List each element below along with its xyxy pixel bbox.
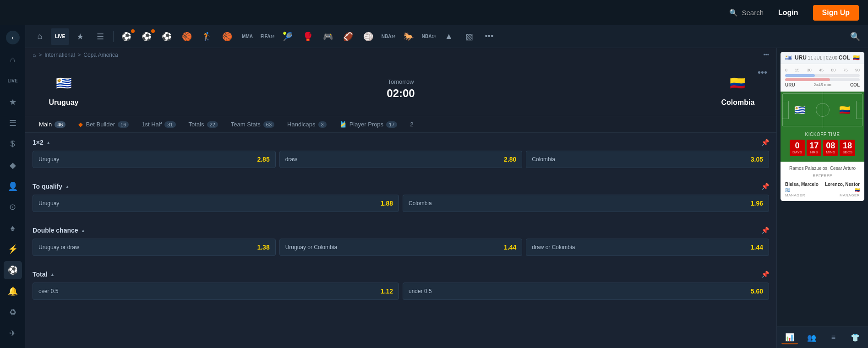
sidebar-item-esports[interactable]: ⚡ — [4, 240, 22, 258]
sidebar-item-rewards[interactable]: ♻ — [4, 303, 22, 321]
sport-volleyball-btn[interactable]: 🏐 — [359, 28, 377, 45]
signup-button[interactable]: Sign Up — [813, 5, 859, 21]
sport-tennis-btn[interactable]: 🎾 — [278, 28, 297, 45]
sport-soccer2-btn[interactable]: ⚽ — [137, 28, 156, 45]
tab-teamstats[interactable]: Team Stats 63 — [224, 116, 281, 133]
home-icon: ⌂ — [33, 52, 36, 58]
tab-main-badge: 46 — [55, 121, 66, 128]
timeline-section: 0 15 30 45 60 75 90 URU 2x45 min COL — [781, 64, 864, 92]
rpt-table-btn[interactable]: ≡ — [825, 331, 841, 344]
tab-more[interactable]: 2 — [404, 116, 420, 133]
pin-icon-1x2[interactable]: 📌 — [761, 139, 769, 146]
manager2-name: Lorenzo, Nestor — [825, 182, 860, 187]
odds-btn-qualify-col[interactable]: Colombia 1.96 — [403, 195, 769, 212]
sidebar-item-promotions[interactable]: ◆ — [4, 156, 22, 174]
field-lines — [781, 92, 864, 128]
tab-1sthalf[interactable]: 1st Half 31 — [135, 116, 182, 133]
match-time-label: Tomorrow — [388, 78, 414, 85]
breadcrumb-separator1: > — [38, 52, 42, 58]
pin-icon-total[interactable]: 📌 — [761, 271, 769, 278]
sidebar-item-dollar[interactable]: $ — [4, 135, 22, 153]
sport-fifa-btn[interactable]: FIFA24 — [258, 28, 277, 45]
team1-flag: 🇺🇾 — [52, 71, 76, 95]
sport-esports-btn[interactable]: 🎮 — [319, 28, 337, 45]
tab-more-label: 2 — [410, 121, 413, 128]
sport-more-btn[interactable]: ••• — [480, 28, 498, 45]
odds-label-qualify-col: Colombia — [409, 200, 432, 207]
sport-horse-btn[interactable]: 🐎 — [399, 28, 418, 45]
search-bar[interactable]: 🔍 Search — [729, 9, 764, 17]
breadcrumb-international[interactable]: International — [44, 52, 75, 58]
timeline-bar-uru — [785, 74, 860, 77]
odds-btn-colombia[interactable]: Colombia 3.05 — [526, 151, 769, 168]
odds-btn-under05[interactable]: under 0.5 5.60 — [403, 283, 769, 300]
sidebar-item-account[interactable]: 👤 — [4, 177, 22, 196]
tab-1sthalf-label: 1st Half — [142, 121, 162, 128]
odds-label-qualify-uru: Uruguay — [38, 200, 59, 207]
odds-btn-uru-draw[interactable]: Uruguay or draw 1.38 — [33, 239, 276, 256]
rpt-stats-btn[interactable]: 📊 — [781, 331, 798, 344]
odds-row-1x2: Uruguay 2.85 draw 2.80 Colombia 3.05 — [33, 151, 769, 168]
sport-soccer1-btn[interactable]: ⚽ — [117, 28, 136, 45]
sport-search-btn[interactable]: 🔍 — [848, 29, 863, 44]
sidebar-toggle[interactable]: ‹ — [6, 31, 20, 44]
sport-betslip-btn[interactable]: ☰ — [91, 28, 109, 45]
tab-main[interactable]: Main 46 — [33, 116, 72, 133]
sport-soccer3-btn[interactable]: ⚽ — [158, 28, 176, 45]
section-1x2-header: 1×2 ▲ 📌 — [33, 139, 769, 146]
sport-boxing-btn[interactable]: 🥊 — [299, 28, 317, 45]
sidebar-item-favorites[interactable]: ★ — [4, 93, 22, 111]
mdc-team2-flag: 🇨🇴 — [853, 54, 860, 61]
odds-value-colombia: 3.05 — [751, 156, 763, 163]
sidebar-item-betslip[interactable]: ☰ — [4, 114, 22, 132]
sidebar-item-games[interactable]: ♠ — [4, 219, 22, 237]
odds-btn-uruguay[interactable]: Uruguay 2.85 — [33, 151, 276, 168]
sidebar-item-telegram[interactable]: ✈ — [4, 324, 22, 343]
sidebar-item-notifications[interactable]: 🔔 — [4, 282, 22, 300]
tab-teamstats-badge: 63 — [263, 121, 274, 128]
sport-favorites-btn[interactable]: ★ — [71, 28, 89, 45]
sport-golf-btn[interactable]: 🏌 — [198, 28, 216, 45]
match-info-section: Ramos Palazuelos, Cesar Arturo REFEREE B… — [781, 162, 864, 201]
pin-icon-qualify[interactable]: 📌 — [761, 183, 769, 190]
login-button[interactable]: Login — [771, 5, 806, 21]
tab-playerprops[interactable]: 🎽 Player Props 17 — [333, 116, 404, 133]
sport-nfl-btn[interactable]: 🏈 — [339, 28, 357, 45]
tab-playerprops-badge: 17 — [386, 121, 397, 128]
rpt-kit-btn[interactable]: 👕 — [847, 331, 863, 344]
sport-nba-btn[interactable]: NBA24 — [379, 28, 398, 45]
sidebar-item-virtual[interactable]: ⊙ — [4, 198, 22, 217]
tab-betbuilder[interactable]: ◆ Bet Builder 16 — [72, 116, 135, 133]
match-more-btn[interactable]: ••• — [758, 67, 767, 78]
odds-btn-draw-col[interactable]: draw or Colombia 1.44 — [526, 239, 769, 256]
pin-icon-dc[interactable]: 📌 — [761, 227, 769, 234]
sidebar-item-live[interactable]: LIVE — [4, 72, 22, 90]
search-label: Search — [742, 9, 764, 16]
sport-home-btn[interactable]: ⌂ — [31, 28, 49, 45]
odds-btn-draw[interactable]: draw 2.80 — [279, 151, 523, 168]
referee-name: Ramos Palazuelos, Cesar Arturo — [785, 166, 860, 171]
odds-label-colombia: Colombia — [532, 156, 555, 163]
section-qualify-title: To qualify ▲ — [33, 183, 70, 190]
tab-main-label: Main — [39, 121, 52, 128]
breadcrumb: ⌂ > International > Copa America ••• — [25, 48, 776, 62]
sport-nba2-btn[interactable]: NBA24 — [420, 28, 438, 45]
sport-mma-btn[interactable]: MMA — [238, 28, 257, 45]
right-panel: 🇺🇾 URU 11 JUL | 02:00 COL 🇨🇴 0 15 30 45 … — [776, 48, 868, 348]
odds-btn-qualify-uru[interactable]: Uruguay 1.88 — [33, 195, 399, 212]
tl-team2: COL — [850, 82, 860, 87]
sport-cards-btn[interactable]: ▧ — [460, 28, 478, 45]
rpt-lineup-btn[interactable]: 👥 — [803, 331, 820, 344]
breadcrumb-copa[interactable]: Copa America — [83, 52, 118, 58]
sport-basketball2-btn[interactable]: 🏀 — [218, 28, 236, 45]
sport-live-btn[interactable]: LIVE — [51, 28, 69, 45]
odds-btn-over05[interactable]: over 0.5 1.12 — [33, 283, 399, 300]
tab-totals[interactable]: Totals 22 — [182, 116, 224, 133]
sport-basketball-btn[interactable]: 🏀 — [178, 28, 196, 45]
tab-handicaps[interactable]: Handicaps 3 — [281, 116, 333, 133]
sidebar-item-soccer[interactable]: ⚽ — [4, 261, 22, 279]
odds-btn-uru-col[interactable]: Uruguay or Colombia 1.44 — [279, 239, 523, 256]
sport-pool-btn[interactable]: ▲ — [440, 28, 458, 45]
sidebar-item-home[interactable]: ⌂ — [4, 51, 22, 69]
right-goal-area — [856, 101, 863, 119]
